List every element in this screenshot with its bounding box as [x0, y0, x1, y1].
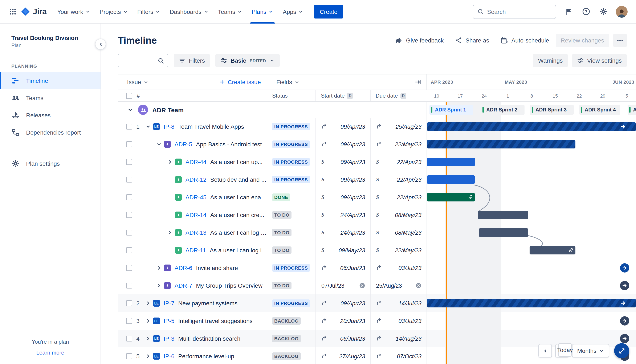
sidebar-item-teams[interactable]: Teams [0, 89, 100, 106]
status-badge[interactable]: TO DO [272, 282, 292, 289]
fields-dropdown[interactable]: Fields [276, 79, 292, 85]
expand-chevron[interactable] [144, 353, 152, 359]
view-mode-button[interactable]: Basic EDITED [215, 54, 280, 67]
start-date-cell[interactable]: S09/Apr/23 [316, 188, 370, 206]
expand-chevron[interactable] [166, 159, 174, 165]
table-row[interactable]: 3 LE IP-5 Intelligent travel suggestions… [118, 312, 636, 330]
status-badge[interactable]: IN PROGRESS [272, 158, 310, 166]
nav-teams[interactable]: Teams [213, 0, 247, 23]
start-date-cell[interactable]: 20/Jun/23 [316, 312, 370, 330]
nav-filters[interactable]: Filters [133, 0, 165, 23]
scroll-to-bar-button[interactable] [620, 316, 629, 326]
scroll-to-bar-button[interactable] [620, 281, 629, 290]
table-row[interactable]: 1 LE IP-8 Team Travel Mobile Apps IN PRO… [118, 118, 636, 136]
create-button[interactable]: Create [314, 5, 343, 18]
row-checkbox[interactable] [126, 282, 132, 288]
view-settings-button[interactable]: View settings [572, 54, 627, 67]
issue-key-link[interactable]: ADR-11 [186, 247, 206, 254]
start-date-cell[interactable]: 09/Apr/23 [316, 136, 370, 153]
scroll-to-bar-button[interactable] [620, 334, 629, 343]
zoom-level-dropdown[interactable]: Months [572, 344, 609, 358]
gantt-bar[interactable] [427, 176, 475, 184]
settings-gear-icon[interactable] [598, 7, 608, 16]
issue-key-link[interactable]: ADR-7 [174, 282, 192, 289]
status-badge[interactable]: IN PROGRESS [272, 176, 310, 183]
due-date-cell[interactable]: 22/May/23 [370, 136, 426, 153]
today-button[interactable]: Today [558, 343, 572, 357]
start-date-cell[interactable]: S09/Apr/23 [316, 153, 370, 171]
table-row[interactable]: ADR-13 As a user I can log i... TO DO S2… [118, 224, 636, 242]
more-actions-button[interactable] [613, 34, 627, 47]
issue-key-link[interactable]: ADR-12 [186, 176, 206, 183]
row-checkbox[interactable] [126, 194, 132, 200]
expand-chevron[interactable] [144, 124, 152, 130]
row-checkbox[interactable] [126, 300, 132, 306]
dependency-link-icon[interactable] [468, 194, 473, 200]
select-all-checkbox[interactable] [126, 93, 132, 98]
status-column-header[interactable]: Status [272, 92, 288, 99]
start-date-cell[interactable]: S09/Apr/23 [316, 171, 370, 188]
expand-chevron[interactable] [155, 282, 163, 288]
jira-logo[interactable]: Jira [21, 7, 47, 16]
row-checkbox[interactable] [126, 141, 132, 147]
gantt-bar[interactable] [427, 299, 636, 308]
table-row[interactable]: ADR-11 As a user I can log i... TO DO S0… [118, 242, 636, 259]
expand-chevron[interactable] [166, 230, 174, 236]
due-date-cell[interactable]: S08/May/23 [370, 206, 426, 224]
row-checkbox[interactable] [126, 212, 132, 218]
table-row[interactable]: ADR-6 Invite and share IN PROGRESS 06/Ju… [118, 259, 636, 277]
auto-schedule-button[interactable]: Auto-schedule [496, 34, 553, 47]
nav-your-work[interactable]: Your work [52, 0, 95, 23]
due-date-cell[interactable]: S22/May/23 [370, 242, 426, 259]
learn-more-link[interactable]: Learn more [0, 350, 100, 356]
due-date-cell[interactable]: S08/May/23 [370, 224, 426, 242]
sprint-chip[interactable]: ADR Sprint 2 [481, 105, 524, 115]
review-changes-button[interactable]: Review changes [556, 34, 609, 47]
start-date-cell[interactable]: 09/Apr/23 [316, 118, 370, 136]
issue-key-link[interactable]: ADR-6 [174, 264, 192, 271]
table-row[interactable]: ADR-44 As a user I can up... IN PROGRESS… [118, 153, 636, 171]
clear-date-icon[interactable] [359, 282, 365, 288]
sidebar-item-releases[interactable]: Releases [0, 106, 100, 124]
sprint-chip[interactable]: ADR Sprint 4 [579, 105, 620, 115]
dependency-link-icon[interactable] [568, 248, 574, 253]
due-date-cell[interactable]: 25/Aug/23 [370, 118, 426, 136]
due-date-cell[interactable]: S22/Apr/23 [370, 171, 426, 188]
issue-key-link[interactable]: ADR-5 [174, 141, 192, 148]
row-checkbox[interactable] [126, 124, 132, 130]
nav-apps[interactable]: Apps [278, 0, 308, 23]
start-date-column-header[interactable]: Start date [321, 92, 345, 99]
table-row[interactable]: ADR-14 As a user I can cre... TO DO S24/… [118, 206, 636, 224]
start-date-cell[interactable]: 06/Jun/23 [316, 330, 370, 348]
due-date-cell[interactable]: 07/Oct/23 [370, 348, 426, 364]
table-row[interactable]: ADR-45 As a user I can ena... DONE S09/A… [118, 188, 636, 206]
row-checkbox[interactable] [126, 265, 132, 271]
row-checkbox[interactable] [126, 353, 132, 359]
status-badge[interactable]: BACKLOG [272, 317, 300, 325]
row-checkbox[interactable] [126, 318, 132, 324]
share-as-button[interactable]: Share as [450, 34, 493, 47]
nav-plans[interactable]: Plans [247, 0, 278, 23]
expand-chevron[interactable] [144, 336, 152, 342]
table-row[interactable]: ADR-7 My Group Trips Overview TO DO 07/J… [118, 277, 636, 294]
timeline-search-input[interactable] [122, 57, 158, 64]
expand-chevron[interactable] [155, 265, 163, 271]
user-avatar[interactable] [616, 6, 628, 18]
collapse-fields-icon[interactable] [415, 78, 422, 86]
start-date-cell[interactable]: S09/May/23 [316, 242, 370, 259]
start-date-cell[interactable]: 06/Jun/23 [316, 259, 370, 277]
gantt-bar[interactable] [478, 211, 528, 219]
issue-column-header[interactable]: Issue [127, 79, 141, 85]
expand-chevron[interactable] [144, 318, 152, 324]
issue-key-link[interactable]: ADR-14 [186, 212, 206, 218]
warnings-button[interactable]: Warnings [533, 54, 568, 67]
gantt-bar[interactable] [427, 140, 576, 148]
nav-projects[interactable]: Projects [95, 0, 133, 23]
issue-key-link[interactable]: IP-8 [164, 123, 174, 130]
scroll-to-bar-button[interactable] [620, 263, 629, 272]
status-badge[interactable]: IN PROGRESS [272, 140, 310, 148]
issue-key-link[interactable]: ADR-44 [186, 158, 206, 165]
gantt-bar[interactable] [427, 158, 475, 166]
due-date-cell[interactable]: S22/Apr/23 [370, 153, 426, 171]
global-search-input[interactable] [487, 8, 552, 15]
